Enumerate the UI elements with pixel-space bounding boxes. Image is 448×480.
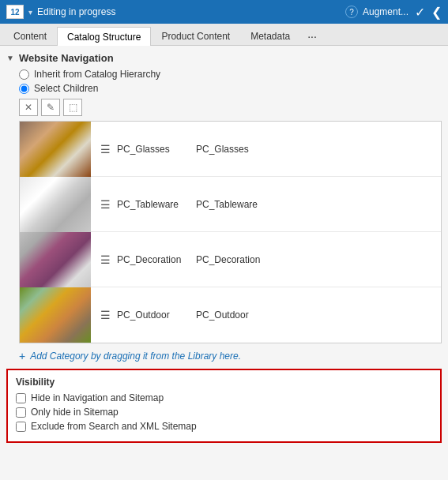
category-icon: ☰ bbox=[100, 143, 111, 156]
select-children-radio[interactable] bbox=[19, 84, 29, 94]
website-navigation-section: ▼ Website Navigation bbox=[6, 52, 442, 64]
category-value: PC_Decoration bbox=[196, 254, 260, 265]
hide-sitemap-label: Only hide in Sitemap bbox=[31, 407, 119, 418]
table-row[interactable]: ☰ PC_Decoration PC_Decoration bbox=[20, 232, 441, 287]
section-collapse-icon[interactable]: ▼ bbox=[6, 54, 14, 62]
title-bar-actions: Augment... ✓ ❮ bbox=[363, 5, 442, 20]
augment-label: Augment... bbox=[363, 6, 408, 17]
inherit-radio[interactable] bbox=[19, 69, 29, 80]
category-name: PC_Decoration bbox=[117, 254, 196, 265]
copy-button[interactable]: ⬚ bbox=[63, 99, 82, 116]
back-icon[interactable]: ❮ bbox=[431, 5, 442, 20]
categories-list: ☰ PC_Glasses PC_Glasses ☰ PC_Tableware P… bbox=[19, 121, 442, 343]
tab-content[interactable]: Content bbox=[3, 26, 57, 45]
title-bar: 12 ▾ Editing in progress ? Augment... ✓ … bbox=[0, 0, 448, 24]
category-name: PC_Glasses bbox=[117, 144, 196, 155]
hide-nav-sitemap-option[interactable]: Hide in Navigation and Sitemap bbox=[16, 392, 432, 403]
delete-button[interactable]: ✕ bbox=[19, 99, 38, 116]
category-value: PC_Tableware bbox=[196, 199, 258, 210]
add-icon: + bbox=[19, 350, 25, 362]
table-row[interactable]: ☰ PC_Outdoor PC_Outdoor bbox=[20, 287, 441, 343]
edit-button[interactable]: ✎ bbox=[41, 99, 60, 116]
tab-metadata[interactable]: Metadata bbox=[240, 26, 300, 45]
help-button[interactable]: ? bbox=[345, 6, 358, 18]
tab-bar: Content Catalog Structure Product Conten… bbox=[0, 24, 448, 46]
category-name: PC_Outdoor bbox=[117, 309, 196, 321]
hide-sitemap-option[interactable]: Only hide in Sitemap bbox=[16, 407, 432, 418]
hide-nav-sitemap-label: Hide in Navigation and Sitemap bbox=[31, 392, 164, 403]
tab-product-content[interactable]: Product Content bbox=[151, 26, 240, 45]
select-children-label: Select Children bbox=[34, 83, 98, 94]
exclude-search-label: Exclude from Search and XML Sitemap bbox=[31, 421, 197, 432]
exclude-search-option[interactable]: Exclude from Search and XML Sitemap bbox=[16, 421, 432, 432]
category-value: PC_Glasses bbox=[196, 144, 249, 155]
table-row[interactable]: ☰ PC_Glasses PC_Glasses bbox=[20, 122, 441, 177]
select-children-option[interactable]: Select Children bbox=[19, 83, 442, 94]
main-content: ▼ Website Navigation Inherit from Catalo… bbox=[0, 46, 448, 480]
hide-nav-sitemap-checkbox[interactable] bbox=[16, 393, 26, 403]
category-name: PC_Tableware bbox=[117, 199, 196, 210]
category-value: PC_Outdoor bbox=[196, 309, 249, 321]
exclude-search-checkbox[interactable] bbox=[16, 422, 26, 432]
visibility-section: Visibility Hide in Navigation and Sitema… bbox=[6, 369, 442, 443]
editing-status: Editing in progress bbox=[37, 6, 341, 17]
check-icon[interactable]: ✓ bbox=[415, 5, 425, 20]
category-thumbnail bbox=[20, 232, 91, 287]
tab-catalog-structure[interactable]: Catalog Structure bbox=[57, 27, 151, 46]
glasses-thumbnail-image bbox=[20, 122, 91, 177]
table-row[interactable]: ☰ PC_Tableware PC_Tableware bbox=[20, 177, 441, 232]
section-title: Website Navigation bbox=[19, 52, 114, 64]
category-thumbnail bbox=[20, 287, 91, 343]
category-toolbar: ✕ ✎ ⬚ bbox=[19, 99, 442, 116]
inherit-option[interactable]: Inherit from Catalog Hierarchy bbox=[19, 69, 442, 80]
tab-more[interactable]: ··· bbox=[300, 26, 324, 45]
inherit-label: Inherit from Catalog Hierarchy bbox=[34, 69, 160, 80]
category-thumbnail bbox=[20, 122, 91, 177]
hide-sitemap-checkbox[interactable] bbox=[16, 407, 26, 418]
category-icon: ☰ bbox=[100, 253, 111, 266]
dropdown-arrow-icon[interactable]: ▾ bbox=[28, 8, 32, 17]
add-category-hint: + Add Category by dragging it from the L… bbox=[19, 350, 442, 362]
visibility-title: Visibility bbox=[16, 377, 432, 388]
decoration-thumbnail-image bbox=[20, 232, 91, 287]
category-icon: ☰ bbox=[100, 198, 111, 211]
add-category-label: Add Category by dragging it from the Lib… bbox=[30, 351, 241, 362]
app-logo: 12 bbox=[6, 5, 24, 19]
tableware-thumbnail-image bbox=[20, 177, 91, 232]
outdoor-thumbnail-image bbox=[20, 287, 91, 343]
category-thumbnail bbox=[20, 177, 91, 232]
category-icon: ☰ bbox=[100, 309, 111, 321]
